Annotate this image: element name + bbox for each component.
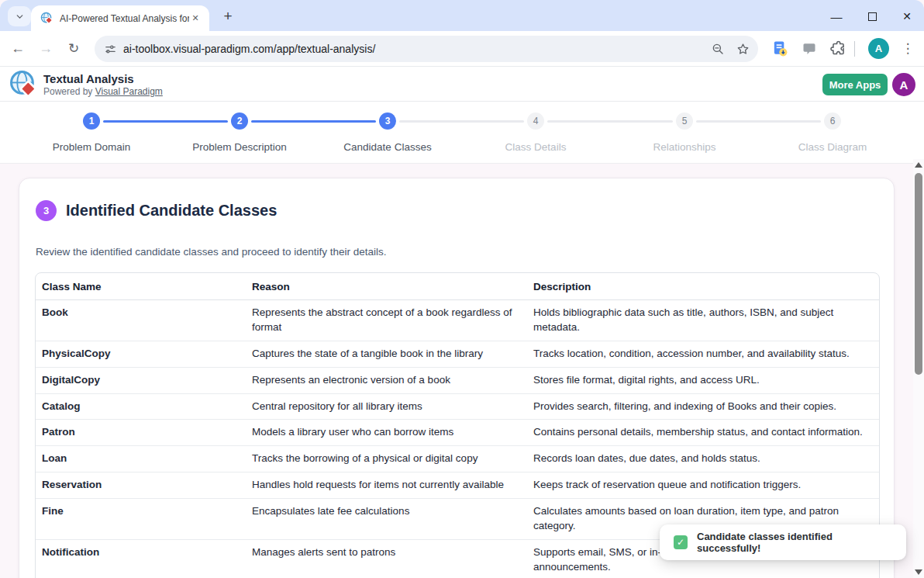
table-row: Reservation Handles hold requests for it… (36, 472, 879, 499)
cell-class-name: Patron (36, 420, 246, 446)
address-bar[interactable]: ai-toolbox.visual-paradigm.com/app/textu… (95, 36, 758, 62)
extension-document-download-icon[interactable] (771, 40, 789, 57)
page-subtitle: Review the identified candidate classes … (36, 246, 387, 258)
cell-class-name: Fine (36, 499, 246, 540)
maximize-icon (868, 12, 877, 21)
cell-reason: Central repository for all library items (246, 394, 527, 421)
tab-search-button[interactable] (8, 6, 31, 26)
step-label: Problem Description (174, 141, 305, 153)
extension-comment-icon[interactable] (802, 41, 817, 57)
powered-by: Powered by Visual Paradigm (43, 86, 163, 97)
cell-reason: Models a library user who can borrow ite… (246, 420, 527, 446)
cell-description: Tracks location, condition, accession nu… (527, 341, 879, 368)
forward-button[interactable]: → (34, 37, 57, 61)
step-number: 6 (824, 112, 841, 130)
scrollbar-down-arrow-icon[interactable] (915, 569, 922, 575)
column-reason: Reason (246, 273, 527, 300)
window-close-button[interactable]: ✕ (895, 8, 919, 25)
step-label: Relationships (619, 141, 750, 153)
step-label: Class Diagram (767, 141, 898, 153)
table-header-row: Class Name Reason Description (36, 273, 879, 300)
cell-description: Provides search, filtering, and indexing… (527, 394, 879, 421)
page-content: 3 Identified Candidate Classes Review th… (0, 164, 913, 578)
step-candidate-classes[interactable]: 3 Candidate Classes (322, 112, 453, 153)
cell-reason: Manages alerts sent to patrons (246, 540, 527, 578)
window-maximize-button[interactable] (860, 8, 884, 25)
cell-description: Keeps track of reservation queue and not… (527, 472, 879, 499)
browser-toolbar: ← → ↻ ai-toolbox.visual-paradigm.com/app… (0, 31, 924, 67)
success-check-icon: ✓ (674, 535, 688, 549)
toast-notification: ✓ Candidate classes identified successfu… (660, 524, 906, 560)
wizard-stepper: 1 Problem Domain 2 Problem Description 3… (0, 102, 924, 164)
step-class-details[interactable]: 4 Class Details (470, 112, 602, 153)
step-problem-description[interactable]: 2 Problem Description (174, 112, 305, 153)
browser-profile-avatar[interactable]: A (868, 38, 889, 59)
scrollbar-thumb[interactable] (915, 173, 922, 375)
table-row: Catalog Central repository for all libra… (36, 394, 879, 421)
table-row: Patron Models a library user who can bor… (36, 420, 879, 446)
cell-description: Records loan dates, due dates, and holds… (527, 446, 879, 472)
bookmark-star-icon[interactable] (736, 42, 750, 57)
candidate-classes-card: 3 Identified Candidate Classes Review th… (19, 178, 895, 578)
step-number: 2 (231, 112, 248, 130)
step-number: 5 (676, 112, 693, 130)
url-text[interactable]: ai-toolbox.visual-paradigm.com/app/textu… (123, 43, 700, 55)
step-label: Class Details (470, 141, 602, 153)
cell-reason: Encapsulates late fee calculations (246, 499, 527, 540)
step-problem-domain[interactable]: 1 Problem Domain (26, 112, 157, 153)
extensions-puzzle-icon[interactable] (830, 40, 846, 57)
column-class-name: Class Name (36, 273, 246, 300)
more-apps-button[interactable]: More Apps (822, 74, 888, 95)
step-number: 3 (379, 112, 396, 130)
page-title: Identified Candidate Classes (66, 202, 277, 220)
tab-title: AI-Powered Textual Analysis for (60, 13, 189, 24)
cell-reason: Tracks the borrowing of a physical or di… (246, 446, 527, 472)
chevron-down-icon (15, 12, 25, 22)
favicon-visual-paradigm (40, 12, 53, 25)
column-description: Description (527, 273, 879, 300)
scrollbar-up-arrow-icon[interactable] (915, 162, 922, 168)
table-row: DigitalCopy Represents an electronic ver… (36, 368, 879, 394)
browser-menu-icon[interactable]: ⋮ (898, 38, 918, 59)
table-row: PhysicalCopy Captures the state of a tan… (36, 341, 879, 368)
step-label: Problem Domain (26, 141, 157, 153)
step-number: 4 (527, 112, 544, 130)
site-settings-icon[interactable] (104, 43, 117, 56)
cell-class-name: Notification (36, 540, 246, 578)
reload-button[interactable]: ↻ (62, 37, 85, 61)
table-row: Book Represents the abstract concept of … (36, 300, 879, 341)
cell-class-name: Reservation (36, 472, 246, 499)
cell-description: Holds bibliographic data such as title, … (527, 300, 879, 341)
step-relationships[interactable]: 5 Relationships (619, 112, 750, 153)
step-label: Candidate Classes (322, 141, 453, 153)
app-user-avatar[interactable]: A (892, 73, 915, 96)
back-button[interactable]: ← (6, 37, 29, 61)
cell-class-name: Catalog (36, 394, 246, 421)
visual-paradigm-link[interactable]: Visual Paradigm (95, 86, 163, 97)
step-class-diagram[interactable]: 6 Class Diagram (767, 112, 898, 153)
cell-class-name: Loan (36, 446, 246, 472)
browser-tab[interactable]: AI-Powered Textual Analysis for ✕ (31, 5, 209, 31)
page-scrollbar[interactable] (913, 159, 924, 578)
cell-reason: Captures the state of a tangible book in… (246, 341, 527, 368)
toast-message: Candidate classes identified successfull… (697, 531, 895, 554)
app-header: Textual Analysis Powered by Visual Parad… (0, 67, 924, 102)
browser-titlebar: AI-Powered Textual Analysis for ✕ + — ✕ (0, 0, 924, 31)
window-minimize-button[interactable]: — (825, 8, 848, 25)
cell-reason: Represents the abstract concept of a boo… (246, 300, 527, 341)
cell-reason: Represents an electronic version of a bo… (246, 368, 527, 394)
cell-description: Contains personal details, membership st… (527, 420, 879, 446)
toolbar-divider (854, 41, 855, 57)
visual-paradigm-logo (9, 70, 38, 99)
cell-description: Stores file format, digital rights, and … (527, 368, 879, 394)
table-row: Loan Tracks the borrowing of a physical … (36, 446, 879, 472)
app-title: Textual Analysis (43, 72, 134, 85)
step-badge: 3 (36, 200, 57, 221)
cell-reason: Handles hold requests for items not curr… (246, 472, 527, 499)
cell-class-name: DigitalCopy (36, 368, 246, 394)
cell-class-name: PhysicalCopy (36, 341, 246, 368)
powered-by-prefix: Powered by (43, 86, 95, 97)
zoom-indicator-icon[interactable] (711, 42, 725, 56)
new-tab-button[interactable]: + (219, 7, 237, 26)
tab-close-icon[interactable]: ✕ (189, 12, 202, 25)
